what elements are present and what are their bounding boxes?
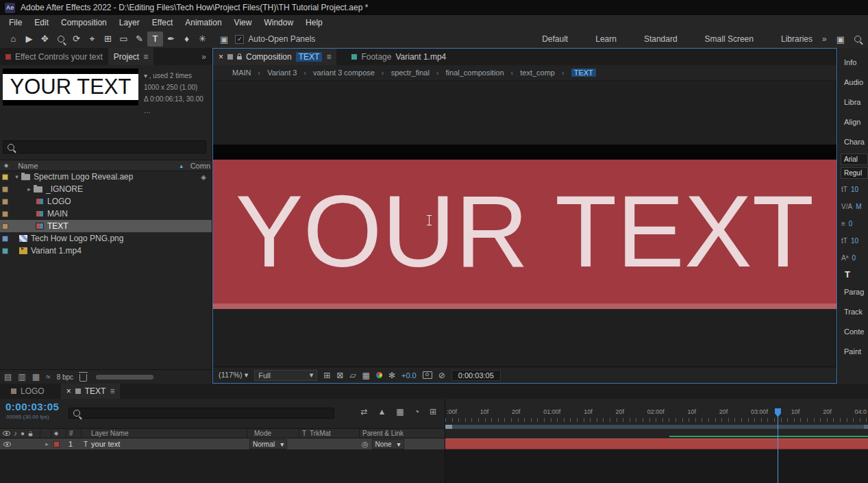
label-color-chip[interactable]: [2, 236, 8, 242]
timeline-track-area[interactable]: :00f10f 20f01:00f 10f20f 02:00f10f 20f03…: [445, 399, 868, 483]
exposure-icon[interactable]: ✻: [388, 371, 395, 380]
layer-visibility-toggle[interactable]: [3, 442, 11, 447]
crumb-spectr-final[interactable]: spectr_final: [391, 69, 430, 77]
interpret-footage-icon[interactable]: ▤: [4, 372, 12, 382]
menu-effect[interactable]: Effect: [146, 18, 179, 27]
close-icon[interactable]: ×: [66, 386, 71, 396]
font-family-dropdown[interactable]: Arial: [841, 153, 868, 165]
preview-timecode[interactable]: 0:00:03:05: [451, 370, 501, 381]
workspace-learn[interactable]: Learn: [595, 34, 617, 44]
layer-twirl[interactable]: ▸: [40, 438, 51, 449]
brush-tool-icon[interactable]: ✒: [163, 32, 179, 47]
twirl-open-icon[interactable]: ▾: [12, 173, 21, 180]
menu-help[interactable]: Help: [299, 18, 329, 27]
crumb-text-comp[interactable]: text_comp: [520, 69, 555, 77]
timeline-tab-logo[interactable]: LOGO: [5, 384, 50, 399]
comp-mini-flowchart-icon[interactable]: ⇄: [360, 407, 367, 417]
blend-mode-dropdown[interactable]: Normal ▾: [249, 439, 287, 449]
panel-character[interactable]: Chara: [838, 132, 868, 151]
workspace-overflow-icon[interactable]: »: [822, 34, 827, 44]
panel-info[interactable]: Info: [838, 52, 868, 72]
workspace-default[interactable]: Default: [542, 34, 568, 44]
kerning-value[interactable]: M: [856, 203, 861, 210]
panel-paragraph[interactable]: Parag: [838, 282, 868, 301]
camera-tool-icon[interactable]: ⌖: [84, 32, 100, 47]
crumb-variant3-compose[interactable]: variant 3 compose: [313, 69, 375, 77]
clone-stamp-tool-icon[interactable]: ♦: [179, 32, 195, 47]
menu-view[interactable]: View: [228, 18, 258, 27]
faux-styles-row[interactable]: T: [838, 267, 868, 282]
number-column-header[interactable]: #: [66, 429, 81, 438]
motion-blur-icon[interactable]: ◔: [414, 407, 419, 417]
close-icon[interactable]: ×: [219, 52, 223, 62]
region-of-interest-icon[interactable]: ▱: [349, 371, 356, 380]
panel-audio[interactable]: Audio: [838, 72, 868, 92]
layer-row[interactable]: ▸ 1 T your text Normal ▾: [0, 438, 445, 449]
timeline-tab-text[interactable]: × TEXT ≡: [61, 384, 121, 399]
timeline-search-input[interactable]: [69, 408, 334, 419]
label-color-chip[interactable]: [2, 248, 8, 254]
new-composition-icon[interactable]: ▦: [32, 372, 40, 382]
layer-label[interactable]: [51, 438, 66, 449]
new-folder-icon[interactable]: ▥: [18, 372, 25, 382]
tracking-control[interactable]: ≡ 0: [838, 215, 868, 232]
panel-libraries[interactable]: Libra: [838, 92, 868, 112]
label-column-header[interactable]: ◆: [51, 429, 66, 438]
panel-menu-icon[interactable]: ≡: [110, 386, 114, 396]
tracking-value[interactable]: 0: [849, 220, 853, 227]
workspace-libraries[interactable]: Libraries: [781, 34, 813, 44]
baseline-shift-control[interactable]: Aª 0: [838, 249, 868, 267]
comp-text-layer[interactable]: YOUR TEXT: [213, 160, 836, 304]
pick-whip-icon[interactable]: ◎: [362, 440, 369, 449]
show-snapshot-icon[interactable]: ⊘: [438, 371, 445, 380]
pan-behind-tool-icon[interactable]: ⊞: [100, 32, 116, 47]
auto-open-panels-checkbox[interactable]: ✓: [235, 35, 244, 44]
magnification-dropdown[interactable]: (117%) ▾: [219, 371, 248, 380]
twirl-closed-icon[interactable]: ▸: [25, 186, 34, 193]
panel-paint[interactable]: Paint: [838, 341, 868, 361]
label-color-chip[interactable]: [2, 211, 8, 217]
workspace-standard[interactable]: Standard: [644, 34, 678, 44]
panel-menu-icon[interactable]: ≡: [326, 52, 331, 62]
menu-file[interactable]: File: [3, 18, 28, 27]
layer-color-chip[interactable]: [53, 441, 60, 447]
graph-editor-icon[interactable]: ⊞: [430, 407, 436, 417]
label-color-chip[interactable]: [2, 223, 8, 230]
current-timecode[interactable]: 0:00:03:05: [5, 401, 59, 412]
menu-edit[interactable]: Edit: [28, 18, 55, 27]
layer-name-cell[interactable]: T your text: [81, 438, 247, 449]
pen-tool-icon[interactable]: ✎: [132, 32, 147, 47]
crumb-final-composition[interactable]: final_composition: [446, 69, 504, 77]
hand-tool-icon[interactable]: ✥: [37, 32, 53, 47]
font-size-value[interactable]: 10: [851, 186, 858, 193]
crumb-variant3[interactable]: Variant 3: [267, 69, 297, 77]
menu-window[interactable]: Window: [258, 18, 299, 27]
project-search-input[interactable]: [3, 140, 206, 153]
parent-link-column-header[interactable]: Parent & Link: [359, 429, 445, 438]
label-column-icon[interactable]: ◆: [4, 162, 8, 169]
grid-options-icon[interactable]: ⊞: [323, 371, 330, 380]
tab-project[interactable]: Project ≡: [108, 48, 153, 65]
type-tool-icon[interactable]: T: [147, 32, 163, 47]
leading-control[interactable]: tT 10: [838, 232, 868, 249]
menu-animation[interactable]: Animation: [179, 18, 227, 27]
shared-project-icon[interactable]: ▣: [836, 34, 845, 45]
workspace-small-screen[interactable]: Small Screen: [705, 34, 754, 44]
tab-composition-text[interactable]: × Composition TEXT ≡: [213, 49, 336, 65]
name-column-header[interactable]: Name: [18, 162, 38, 170]
label-color-chip[interactable]: [2, 199, 8, 205]
menu-composition[interactable]: Composition: [55, 18, 113, 27]
tab-overflow-icon[interactable]: »: [201, 52, 212, 62]
lock-icon[interactable]: [237, 56, 242, 60]
trkmat-column-header[interactable]: T TrkMat: [299, 429, 359, 438]
adjust-icon[interactable]: ≈: [46, 372, 51, 382]
show-channel-icon[interactable]: [376, 372, 382, 378]
font-size-control[interactable]: tT 10: [838, 181, 868, 198]
project-row-ignore[interactable]: ▸ _IGNORE: [0, 183, 212, 195]
shape-tool-icon[interactable]: ▭: [116, 32, 132, 47]
snapshot-icon[interactable]: [423, 371, 432, 379]
horizontal-scrollbar[interactable]: [96, 375, 153, 380]
selection-tool-icon[interactable]: ▶: [21, 32, 37, 47]
draft-3d-icon[interactable]: ▲: [377, 407, 386, 417]
layer-name[interactable]: your text: [91, 440, 120, 448]
